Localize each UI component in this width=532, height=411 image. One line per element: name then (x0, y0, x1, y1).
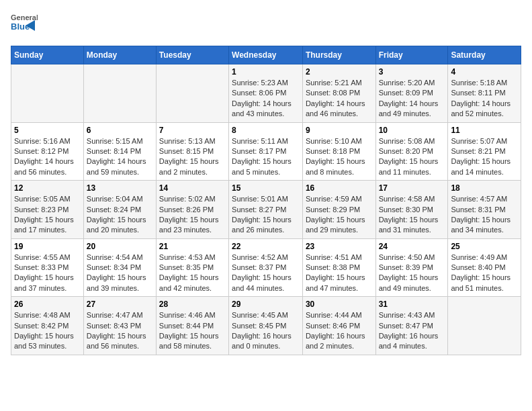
day-number: 19 (14, 242, 81, 251)
calendar-cell: 23Sunrise: 4:51 AM Sunset: 8:38 PM Dayli… (302, 238, 375, 297)
calendar-header-row: SundayMondayTuesdayWednesdayThursdayFrid… (11, 46, 521, 64)
calendar-cell: 15Sunrise: 5:01 AM Sunset: 8:27 PM Dayli… (229, 181, 303, 239)
day-info: Sunrise: 5:07 AM Sunset: 8:21 PM Dayligh… (451, 136, 518, 178)
day-info: Sunrise: 5:21 AM Sunset: 8:08 PM Dayligh… (306, 78, 373, 120)
day-info: Sunrise: 5:16 AM Sunset: 8:12 PM Dayligh… (14, 136, 81, 178)
day-number: 28 (159, 300, 226, 309)
day-number: 26 (14, 300, 81, 309)
day-info: Sunrise: 5:11 AM Sunset: 8:17 PM Dayligh… (232, 136, 300, 178)
day-number: 20 (87, 242, 153, 251)
svg-text:Blue: Blue (11, 21, 30, 32)
calendar-cell: 31Sunrise: 4:43 AM Sunset: 8:47 PM Dayli… (375, 297, 448, 355)
day-info: Sunrise: 4:49 AM Sunset: 8:40 PM Dayligh… (451, 253, 518, 294)
day-info: Sunrise: 4:53 AM Sunset: 8:35 PM Dayligh… (159, 253, 226, 294)
calendar-cell: 13Sunrise: 5:04 AM Sunset: 8:24 PM Dayli… (83, 181, 156, 239)
day-info: Sunrise: 4:50 AM Sunset: 8:39 PM Dayligh… (379, 253, 445, 294)
calendar-cell (11, 64, 84, 123)
calendar-cell: 11Sunrise: 5:07 AM Sunset: 8:21 PM Dayli… (448, 122, 521, 181)
header-day-monday: Monday (83, 46, 156, 64)
calendar-cell: 29Sunrise: 4:45 AM Sunset: 8:45 PM Dayli… (229, 297, 303, 355)
day-info: Sunrise: 4:47 AM Sunset: 8:43 PM Dayligh… (87, 310, 153, 352)
header-day-wednesday: Wednesday (229, 46, 303, 64)
calendar-cell: 24Sunrise: 4:50 AM Sunset: 8:39 PM Dayli… (375, 238, 448, 297)
day-number: 23 (306, 242, 373, 251)
day-number: 4 (451, 67, 518, 77)
calendar-cell (448, 297, 521, 355)
day-info: Sunrise: 5:13 AM Sunset: 8:15 PM Dayligh… (159, 136, 226, 178)
calendar-cell: 20Sunrise: 4:54 AM Sunset: 8:34 PM Dayli… (83, 238, 156, 297)
day-info: Sunrise: 5:20 AM Sunset: 8:09 PM Dayligh… (379, 78, 445, 120)
calendar-cell: 27Sunrise: 4:47 AM Sunset: 8:43 PM Dayli… (83, 297, 156, 355)
day-number: 10 (379, 126, 445, 135)
calendar-cell: 1Sunrise: 5:23 AM Sunset: 8:06 PM Daylig… (229, 64, 303, 123)
calendar-cell: 9Sunrise: 5:10 AM Sunset: 8:18 PM Daylig… (302, 122, 375, 181)
day-number: 24 (379, 242, 445, 251)
day-number: 13 (87, 183, 153, 193)
day-number: 8 (232, 126, 300, 135)
day-number: 18 (451, 183, 518, 193)
day-info: Sunrise: 5:05 AM Sunset: 8:23 PM Dayligh… (14, 194, 81, 236)
day-number: 9 (306, 126, 373, 135)
day-number: 30 (306, 300, 373, 309)
calendar-cell: 8Sunrise: 5:11 AM Sunset: 8:17 PM Daylig… (229, 122, 303, 181)
day-number: 22 (232, 242, 300, 251)
calendar-cell: 12Sunrise: 5:05 AM Sunset: 8:23 PM Dayli… (11, 181, 84, 239)
calendar-cell: 21Sunrise: 4:53 AM Sunset: 8:35 PM Dayli… (156, 238, 228, 297)
day-info: Sunrise: 4:45 AM Sunset: 8:45 PM Dayligh… (232, 310, 300, 352)
calendar-week-5: 26Sunrise: 4:48 AM Sunset: 8:42 PM Dayli… (11, 297, 521, 355)
calendar-cell: 2Sunrise: 5:21 AM Sunset: 8:08 PM Daylig… (302, 64, 375, 123)
calendar-cell: 25Sunrise: 4:49 AM Sunset: 8:40 PM Dayli… (448, 238, 521, 297)
header-day-tuesday: Tuesday (156, 46, 228, 64)
day-info: Sunrise: 5:02 AM Sunset: 8:26 PM Dayligh… (159, 194, 226, 236)
day-info: Sunrise: 5:04 AM Sunset: 8:24 PM Dayligh… (87, 194, 153, 236)
calendar-week-4: 19Sunrise: 4:55 AM Sunset: 8:33 PM Dayli… (11, 238, 521, 297)
day-number: 11 (451, 126, 518, 135)
calendar-cell: 26Sunrise: 4:48 AM Sunset: 8:42 PM Dayli… (11, 297, 84, 355)
day-info: Sunrise: 5:08 AM Sunset: 8:20 PM Dayligh… (379, 136, 445, 178)
day-info: Sunrise: 5:10 AM Sunset: 8:18 PM Dayligh… (306, 136, 373, 178)
calendar-cell: 14Sunrise: 5:02 AM Sunset: 8:26 PM Dayli… (156, 181, 228, 239)
calendar-week-3: 12Sunrise: 5:05 AM Sunset: 8:23 PM Dayli… (11, 181, 521, 239)
day-info: Sunrise: 4:52 AM Sunset: 8:37 PM Dayligh… (232, 253, 300, 294)
day-number: 25 (451, 242, 518, 251)
day-info: Sunrise: 4:58 AM Sunset: 8:30 PM Dayligh… (379, 194, 445, 236)
calendar-cell: 30Sunrise: 4:44 AM Sunset: 8:46 PM Dayli… (302, 297, 375, 355)
day-info: Sunrise: 4:46 AM Sunset: 8:44 PM Dayligh… (159, 310, 226, 352)
day-number: 15 (232, 183, 300, 193)
day-number: 27 (87, 300, 153, 309)
day-info: Sunrise: 4:51 AM Sunset: 8:38 PM Dayligh… (306, 253, 373, 294)
calendar-cell: 16Sunrise: 4:59 AM Sunset: 8:29 PM Dayli… (302, 181, 375, 239)
day-number: 16 (306, 183, 373, 193)
calendar-week-1: 1Sunrise: 5:23 AM Sunset: 8:06 PM Daylig… (11, 64, 521, 123)
day-info: Sunrise: 4:57 AM Sunset: 8:31 PM Dayligh… (451, 194, 518, 236)
day-number: 31 (379, 300, 445, 309)
calendar-cell: 4Sunrise: 5:18 AM Sunset: 8:11 PM Daylig… (448, 64, 521, 123)
day-number: 5 (14, 126, 81, 135)
header: General Blue (11, 11, 521, 40)
day-number: 6 (87, 126, 153, 135)
generalblue-icon: General Blue (11, 11, 38, 40)
day-info: Sunrise: 5:18 AM Sunset: 8:11 PM Dayligh… (451, 78, 518, 120)
calendar-cell: 19Sunrise: 4:55 AM Sunset: 8:33 PM Dayli… (11, 238, 84, 297)
header-day-saturday: Saturday (448, 46, 521, 64)
svg-text:General: General (11, 13, 38, 21)
calendar-cell: 28Sunrise: 4:46 AM Sunset: 8:44 PM Dayli… (156, 297, 228, 355)
day-number: 7 (159, 126, 226, 135)
logo: General Blue (11, 11, 38, 40)
day-number: 12 (14, 183, 81, 193)
day-info: Sunrise: 4:54 AM Sunset: 8:34 PM Dayligh… (87, 253, 153, 294)
header-day-sunday: Sunday (11, 46, 84, 64)
day-info: Sunrise: 4:44 AM Sunset: 8:46 PM Dayligh… (306, 310, 373, 352)
day-info: Sunrise: 4:48 AM Sunset: 8:42 PM Dayligh… (14, 310, 81, 352)
calendar-cell: 3Sunrise: 5:20 AM Sunset: 8:09 PM Daylig… (375, 64, 448, 123)
calendar-cell (156, 64, 228, 123)
day-info: Sunrise: 4:55 AM Sunset: 8:33 PM Dayligh… (14, 253, 81, 294)
calendar-cell: 5Sunrise: 5:16 AM Sunset: 8:12 PM Daylig… (11, 122, 84, 181)
day-number: 21 (159, 242, 226, 251)
day-info: Sunrise: 4:59 AM Sunset: 8:29 PM Dayligh… (306, 194, 373, 236)
header-day-thursday: Thursday (302, 46, 375, 64)
day-info: Sunrise: 5:01 AM Sunset: 8:27 PM Dayligh… (232, 194, 300, 236)
calendar-week-2: 5Sunrise: 5:16 AM Sunset: 8:12 PM Daylig… (11, 122, 521, 181)
day-number: 1 (232, 67, 300, 77)
day-number: 2 (306, 67, 373, 77)
